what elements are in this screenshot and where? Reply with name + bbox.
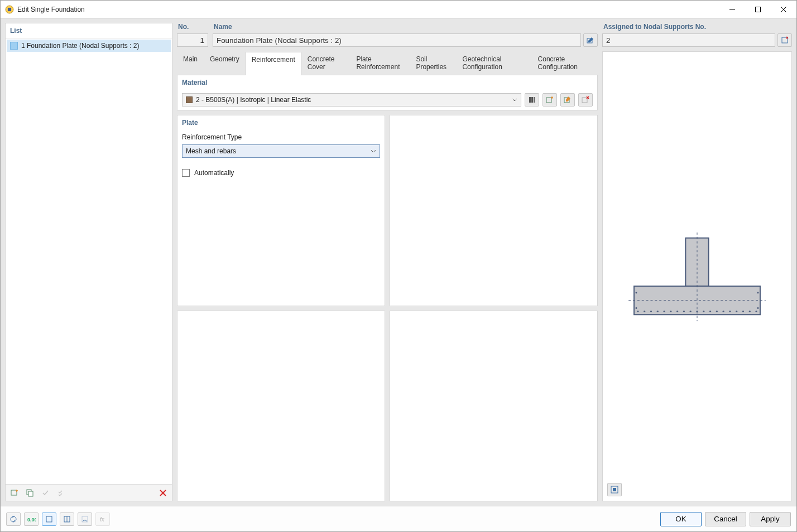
assigned-label: Assigned to Nodal Supports No. [602, 23, 792, 32]
svg-point-20 [650, 311, 652, 312]
reinforcement-type-value: Mesh and rebars [186, 147, 236, 155]
svg-point-40 [757, 307, 759, 309]
material-row: 2 - B500S(A) | Isotropic | Linear Elasti… [182, 93, 593, 107]
list-body: 1 Foundation Plate (Nodal Supports : 2) [6, 38, 172, 484]
svg-rect-42 [613, 488, 616, 491]
material-select[interactable]: 2 - B500S(A) | Isotropic | Linear Elasti… [182, 93, 521, 107]
plate-section: Plate Reinforcement Type Mesh and rebars [177, 115, 385, 306]
view-mode-3-button[interactable] [78, 512, 92, 526]
name-field-group: Name [213, 23, 598, 47]
dialog-body: List 1 Foundation Plate (Nodal Supports … [1, 18, 796, 506]
svg-point-35 [749, 311, 751, 312]
material-new-button[interactable] [542, 93, 557, 107]
svg-point-31 [723, 311, 724, 312]
svg-point-30 [716, 311, 718, 312]
svg-point-26 [690, 311, 692, 312]
lower-right-empty-section [390, 311, 598, 502]
svg-point-21 [657, 311, 659, 312]
material-library-button[interactable] [525, 93, 539, 107]
help-button[interactable] [6, 512, 21, 526]
svg-rect-45 [46, 516, 52, 522]
tab-reinforcement[interactable]: Reinforcement [246, 52, 301, 75]
checkbox-box-icon [182, 169, 190, 177]
edit-name-button[interactable] [583, 33, 598, 47]
svg-rect-8 [531, 97, 533, 103]
list-toolbar [6, 484, 172, 501]
no-label: No. [177, 23, 208, 32]
apply-button[interactable]: Apply [750, 512, 791, 526]
tab-plate-reinforcement[interactable]: Plate Reinforcement [350, 51, 410, 75]
copy-item-button[interactable] [23, 486, 37, 500]
material-delete-button[interactable] [578, 93, 593, 107]
maximize-button[interactable] [745, 1, 771, 18]
app-icon [5, 5, 14, 14]
svg-point-39 [757, 292, 759, 293]
lower-left-empty-section [177, 311, 385, 502]
svg-point-38 [635, 307, 637, 309]
right-column: Assigned to Nodal Supports No. [602, 23, 792, 501]
preview-panel [602, 51, 792, 501]
material-edit-button[interactable] [560, 93, 575, 107]
close-button[interactable] [771, 1, 796, 18]
svg-point-32 [729, 311, 731, 312]
svg-point-25 [683, 311, 685, 312]
pick-supports-button[interactable] [777, 33, 792, 47]
cancel-button[interactable]: Cancel [705, 512, 746, 526]
list-panel: List 1 Foundation Plate (Nodal Supports … [5, 23, 172, 501]
svg-text:fx: fx [100, 516, 105, 523]
foundation-icon [10, 42, 18, 50]
tabs: Main Geometry Reinforcement Concrete Cov… [177, 51, 598, 75]
view-mode-2-button[interactable] [60, 512, 74, 526]
plate-header: Plate [177, 115, 385, 130]
svg-point-29 [709, 311, 711, 312]
plate-right-empty-section [390, 115, 598, 306]
titlebar: Edit Single Foundation [1, 1, 796, 18]
list-item[interactable]: 1 Foundation Plate (Nodal Supports : 2) [7, 40, 171, 52]
svg-point-23 [670, 311, 671, 312]
tab-concrete-cover[interactable]: Concrete Cover [301, 51, 351, 75]
tab-geometry[interactable]: Geometry [204, 51, 246, 75]
material-value: 2 - B500S(A) | Isotropic | Linear Elasti… [196, 96, 311, 104]
units-button[interactable]: 0,00 [24, 512, 39, 526]
plate-row: Plate Reinforcement Type Mesh and rebars [177, 115, 598, 306]
tab-concrete-config[interactable]: Concrete Configuration [532, 51, 598, 75]
name-label: Name [213, 23, 598, 32]
svg-point-27 [697, 311, 698, 312]
svg-rect-14 [685, 238, 708, 286]
main-grid: List 1 Foundation Plate (Nodal Supports … [1, 18, 796, 506]
tab-geotech-config[interactable]: Geotechnical Configuration [456, 51, 531, 75]
tab-content: Material 2 - B500S(A) | Isotropic | Line… [177, 75, 598, 501]
script-button: fx [95, 512, 110, 526]
dialog-window: Edit Single Foundation List 1 Foundation [0, 0, 797, 532]
preview-viewport[interactable] [603, 52, 791, 501]
left-column: List 1 Foundation Plate (Nodal Supports … [5, 23, 172, 501]
reinforcement-type-select[interactable]: Mesh and rebars [182, 144, 380, 158]
check-all-button [55, 486, 68, 500]
list-header: List [6, 23, 172, 38]
new-item-button[interactable] [8, 486, 21, 500]
ok-button[interactable]: OK [660, 512, 702, 526]
check-button [39, 486, 52, 500]
minimize-button[interactable] [719, 1, 745, 18]
reinforcement-type-label: Reinforcement Type [182, 133, 380, 141]
automatically-checkbox[interactable]: Automatically [182, 169, 380, 177]
header-row: No. Name [177, 23, 598, 47]
tab-main[interactable]: Main [177, 51, 204, 75]
chevron-down-icon [512, 97, 517, 103]
svg-text:0,00: 0,00 [27, 517, 36, 523]
svg-point-18 [637, 311, 638, 312]
name-input[interactable] [213, 33, 581, 47]
preview-settings-button[interactable] [607, 483, 622, 496]
assigned-input[interactable] [602, 33, 775, 47]
view-mode-1-button[interactable] [42, 512, 56, 526]
svg-rect-9 [534, 97, 535, 103]
tab-soil-properties[interactable]: Soil Properties [410, 51, 456, 75]
material-header: Material [177, 75, 597, 90]
svg-rect-2 [756, 7, 761, 12]
svg-point-19 [644, 311, 645, 312]
delete-item-button[interactable] [156, 486, 170, 500]
no-input[interactable] [177, 33, 208, 47]
window-title: Edit Single Foundation [17, 6, 85, 13]
svg-point-22 [664, 311, 665, 312]
no-field-group: No. [177, 23, 208, 47]
